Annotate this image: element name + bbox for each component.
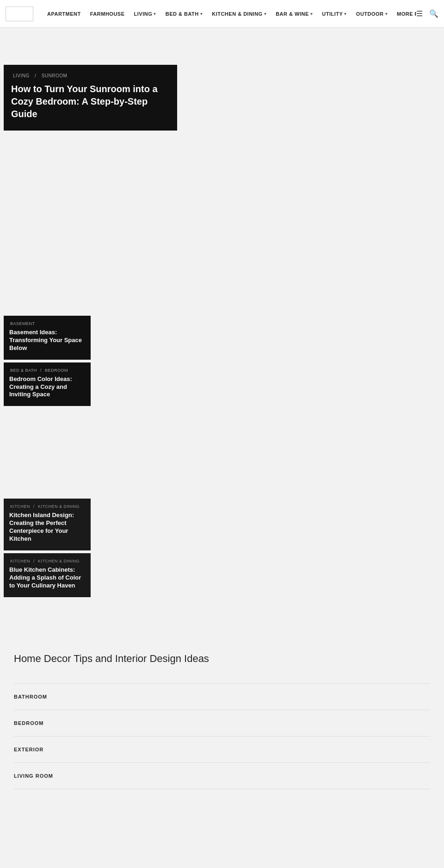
hero-breadcrumb: LIVING / SUNROOM <box>11 73 170 78</box>
article-1-category: Basement <box>9 321 85 326</box>
chevron-down-icon: ▾ <box>154 12 156 16</box>
search-icon[interactable]: 🔍 <box>429 9 438 18</box>
nav-item-kitchen---dining[interactable]: KITCHEN & DINING▾ <box>207 0 271 28</box>
nav-label: BAR & WINE <box>276 11 309 17</box>
category-item-bathroom[interactable]: BATHROOM <box>14 683 430 710</box>
article-1-title: Basement Ideas: Transforming Your Space … <box>9 329 85 352</box>
nav-label: OUTDOOR <box>356 11 384 17</box>
nav-label: UTILITY <box>322 11 343 17</box>
chevron-down-icon: ▾ <box>344 12 347 16</box>
spacer-1 <box>0 140 444 316</box>
header-icons: ☰ 🔍 <box>416 9 438 18</box>
chevron-down-icon: ▾ <box>310 12 313 16</box>
nav-item-apartment[interactable]: APARTMENT <box>43 0 86 28</box>
breadcrumb-sunroom: SUNROOM <box>42 73 68 78</box>
main-nav: APARTMENTFARMHOUSELIVING▾BED & BATH▾KITC… <box>43 0 416 28</box>
kitchen-card-1[interactable]: Kitchen / Kitchen & Dining Kitchen Islan… <box>4 499 91 550</box>
kitchen-2-category: Kitchen / Kitchen & Dining <box>9 559 85 563</box>
category-item-exterior[interactable]: EXTERIOR <box>14 736 430 762</box>
kitchen-cards-section: Kitchen / Kitchen & Dining Kitchen Islan… <box>0 499 444 597</box>
category-item-living-room[interactable]: LIVING ROOM <box>14 762 430 789</box>
nav-item-bar---wine[interactable]: BAR & WINE▾ <box>271 0 317 28</box>
nav-item-living[interactable]: LIVING▾ <box>130 0 161 28</box>
breadcrumb-separator: / <box>35 73 36 78</box>
home-decor-title: Home Decor Tips and Interior Design Idea… <box>14 653 430 665</box>
nav-label: MORE ROOMS <box>397 11 416 17</box>
nav-label: BED & BATH <box>166 11 199 17</box>
breadcrumb-living: LIVING <box>13 73 30 78</box>
kitchen-1-category: Kitchen / Kitchen & Dining <box>9 504 85 509</box>
kitchen-2-title: Blue Kitchen Cabinets: Adding a Splash o… <box>9 566 85 590</box>
article-card-1[interactable]: Basement Basement Ideas: Transforming Yo… <box>4 316 91 360</box>
chevron-down-icon: ▾ <box>385 12 388 16</box>
category-item-bedroom[interactable]: BEDROOM <box>14 710 430 736</box>
nav-label: LIVING <box>134 11 153 17</box>
nav-label: FARMHOUSE <box>90 11 125 17</box>
nav-item-utility[interactable]: UTILITY▾ <box>317 0 352 28</box>
kitchen-card-2[interactable]: Kitchen / Kitchen & Dining Blue Kitchen … <box>4 553 91 597</box>
article-card-2[interactable]: Bed & Bath / Bedroom Bedroom Color Ideas… <box>4 362 91 406</box>
home-decor-section: Home Decor Tips and Interior Design Idea… <box>0 625 444 799</box>
nav-item-outdoor[interactable]: OUTDOOR▾ <box>352 0 392 28</box>
nav-item-bed---bath[interactable]: BED & BATH▾ <box>161 0 208 28</box>
nav-item-farmhouse[interactable]: FARMHOUSE <box>86 0 130 28</box>
article-2-title: Bedroom Color Ideas: Creating a Cozy and… <box>9 375 85 399</box>
article-cards-section: Basement Basement Ideas: Transforming Yo… <box>0 316 444 406</box>
hero-title: How to Turn Your Sunroom into a Cozy Bed… <box>11 83 170 120</box>
nav-label: KITCHEN & DINING <box>212 11 262 17</box>
chevron-down-icon: ▾ <box>264 12 267 16</box>
nav-label: APARTMENT <box>47 11 81 17</box>
hero-section: LIVING / SUNROOM How to Turn Your Sunroo… <box>0 28 444 140</box>
nav-item-more-rooms[interactable]: MORE ROOMS▾ <box>392 0 416 28</box>
menu-icon[interactable]: ☰ <box>416 9 423 18</box>
spacer-2 <box>0 406 444 499</box>
chevron-down-icon: ▾ <box>200 12 203 16</box>
hero-card[interactable]: LIVING / SUNROOM How to Turn Your Sunroo… <box>4 65 177 131</box>
kitchen-1-title: Kitchen Island Design: Creating the Perf… <box>9 512 85 543</box>
site-logo[interactable] <box>6 6 33 21</box>
category-list: BATHROOMBEDROOMEXTERIORLIVING ROOM <box>14 683 430 789</box>
article-2-category: Bed & Bath / Bedroom <box>9 368 85 373</box>
site-header: APARTMENTFARMHOUSELIVING▾BED & BATH▾KITC… <box>0 0 444 28</box>
